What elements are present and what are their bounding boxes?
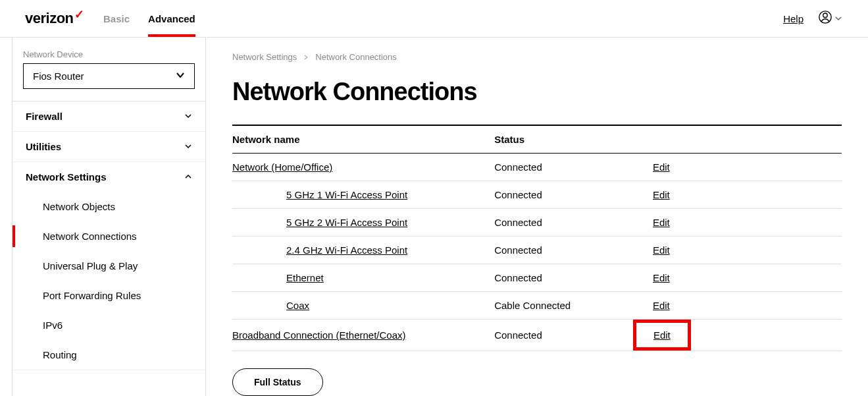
status-cell: Connected (494, 320, 653, 351)
help-link[interactable]: Help (783, 13, 804, 24)
tab-advanced[interactable]: Advanced (148, 1, 195, 36)
full-status-button[interactable]: Full Status (232, 368, 323, 396)
network-name-link[interactable]: 5 GHz 2 Wi-Fi Access Point (232, 217, 407, 228)
th-status: Status (494, 125, 653, 154)
sidebar-sub-routing[interactable]: Routing (13, 340, 205, 370)
nav-tabs: Basic Advanced (103, 1, 195, 36)
layout: Network Device Fios Router Firewall Util… (0, 38, 868, 396)
chevron-down-icon (835, 13, 842, 24)
sidebar-sub-network-connections[interactable]: Network Connections (13, 221, 205, 251)
chevron-up-icon (184, 171, 192, 183)
th-network-name: Network name (232, 125, 494, 154)
highlight-box: Edit (633, 320, 691, 351)
edit-link[interactable]: Edit (653, 329, 671, 341)
check-icon: ✓ (74, 7, 84, 22)
device-select-value: Fios Router (33, 71, 84, 82)
edit-link[interactable]: Edit (653, 217, 670, 228)
page-title: Network Connections (232, 78, 842, 106)
network-name-link[interactable]: 2.4 GHz Wi-Fi Access Point (232, 244, 407, 256)
table-row: Ethernet Connected Edit (232, 264, 842, 292)
sidebar-item-label: Firewall (26, 111, 63, 122)
status-cell: Connected (494, 264, 653, 292)
sidebar-sub-upnp[interactable]: Universal Plug & Play (13, 251, 205, 281)
top-header: verizon ✓ Basic Advanced Help (0, 0, 868, 38)
status-cell: Connected (494, 181, 653, 209)
user-icon (818, 10, 832, 27)
network-name-link[interactable]: Network (Home/Office) (232, 161, 332, 173)
breadcrumb: Network Settings Network Connections (232, 52, 842, 62)
verizon-logo: verizon ✓ (25, 10, 84, 27)
status-cell: Connected (494, 154, 653, 181)
breadcrumb-item: Network Connections (315, 52, 397, 62)
status-cell: Connected (494, 209, 653, 237)
th-action (653, 125, 842, 154)
status-cell: Cable Connected (494, 292, 653, 320)
edit-link[interactable]: Edit (653, 189, 670, 200)
table-row: 5 GHz 1 Wi-Fi Access Point Connected Edi… (232, 181, 842, 209)
sidebar-sub-port-forwarding[interactable]: Port Forwarding Rules (13, 281, 205, 310)
chevron-right-icon (303, 52, 309, 62)
sidebar-item-label: Utilities (26, 141, 61, 152)
sidebar-item-network-settings[interactable]: Network Settings (13, 162, 205, 192)
sidebar-item-label: Network Settings (26, 171, 107, 183)
table-row: Network (Home/Office) Connected Edit (232, 154, 842, 181)
edit-link[interactable]: Edit (653, 300, 670, 311)
table-row: 5 GHz 2 Wi-Fi Access Point Connected Edi… (232, 209, 842, 237)
chevron-down-icon (184, 141, 192, 152)
edit-link[interactable]: Edit (653, 244, 670, 256)
svg-point-1 (823, 13, 827, 17)
edit-link[interactable]: Edit (653, 161, 670, 173)
edit-link[interactable]: Edit (653, 272, 670, 283)
connections-table: Network name Status Network (Home/Office… (232, 125, 842, 351)
network-name-link[interactable]: 5 GHz 1 Wi-Fi Access Point (232, 189, 407, 200)
breadcrumb-item[interactable]: Network Settings (232, 52, 297, 62)
main-content: Network Settings Network Connections Net… (206, 38, 868, 396)
chevron-down-icon (176, 71, 185, 82)
sidebar-item-firewall[interactable]: Firewall (13, 101, 205, 131)
network-name-link[interactable]: Broadband Connection (Ethernet/Coax) (232, 329, 406, 341)
network-name-link[interactable]: Ethernet (232, 272, 324, 283)
header-left: verizon ✓ Basic Advanced (25, 1, 195, 36)
sidebar-sub-network-objects[interactable]: Network Objects (13, 192, 205, 221)
user-menu[interactable] (818, 10, 842, 27)
device-select[interactable]: Fios Router (23, 63, 195, 89)
sidebar-group-utilities: Utilities (13, 132, 205, 162)
sidebar-group-firewall: Firewall (13, 101, 205, 132)
table-row: Coax Cable Connected Edit (232, 292, 842, 320)
table-row: 2.4 GHz Wi-Fi Access Point Connected Edi… (232, 237, 842, 264)
logo-text: verizon (25, 10, 74, 27)
status-cell: Connected (494, 237, 653, 264)
tab-basic[interactable]: Basic (103, 1, 130, 36)
device-section: Network Device Fios Router (13, 38, 205, 101)
header-right: Help (783, 10, 842, 27)
network-name-link[interactable]: Coax (232, 300, 309, 311)
sidebar-item-utilities[interactable]: Utilities (13, 132, 205, 161)
device-label: Network Device (23, 49, 195, 59)
chevron-down-icon (184, 111, 192, 122)
sidebar: Network Device Fios Router Firewall Util… (12, 38, 206, 396)
table-row: Broadband Connection (Ethernet/Coax) Con… (232, 320, 842, 351)
sidebar-group-network-settings: Network Settings Network Objects Network… (13, 162, 205, 370)
sidebar-sub-ipv6[interactable]: IPv6 (13, 310, 205, 340)
